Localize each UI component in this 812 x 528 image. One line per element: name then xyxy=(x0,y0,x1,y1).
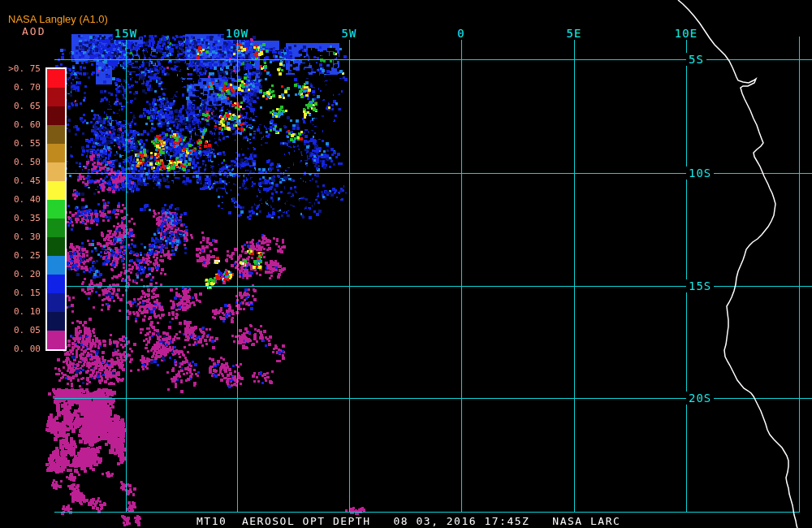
colorbar-segment xyxy=(47,200,65,219)
colorbar-segment xyxy=(47,125,65,144)
page-title: NASA Langley (A1.0) xyxy=(8,13,108,25)
colorbar-segment xyxy=(47,88,65,106)
lat-label-20s: 20S xyxy=(686,392,714,405)
colorbar-segment xyxy=(47,162,65,181)
colorbar-tick-label: >0. 75 xyxy=(3,63,41,74)
colorbar-tick-label: 0. 60 xyxy=(3,119,41,130)
colorbar-tick-label: 0. 55 xyxy=(3,138,41,149)
colorbar-tick-label: 0. 65 xyxy=(3,101,41,111)
colorbar-tick-label: 0. 70 xyxy=(3,82,41,93)
colorbar-segment xyxy=(47,312,65,331)
lon-label-5e: 5E xyxy=(565,27,584,40)
colorbar-tick-label: 0. 10 xyxy=(3,306,41,317)
lon-label-0: 0 xyxy=(456,27,466,40)
colorbar-tick-label: 0. 35 xyxy=(3,213,41,223)
colorbar-segment xyxy=(47,293,65,312)
colorbar-segment xyxy=(47,219,65,237)
colorbar-tick-label: 0. 40 xyxy=(3,194,41,205)
colorbar-segment xyxy=(47,144,65,162)
colorbar-tick-label: 0. 25 xyxy=(3,250,41,261)
colorbar-tick-label: 0. 45 xyxy=(3,175,41,186)
colorbar-tick-label: 0. 15 xyxy=(3,288,41,298)
colorbar-tick-label: 0. 50 xyxy=(3,157,41,167)
aod-colorbar xyxy=(45,67,67,351)
aod-map-viewer: 15W10W5W05E10E 5S10S15S20S >0. 750. 700.… xyxy=(0,0,812,528)
lat-label-10s: 10S xyxy=(686,167,714,180)
coastline-path xyxy=(678,0,797,528)
colorbar-tick-label: 0. 05 xyxy=(3,325,41,335)
caption: MT10 AEROSOL OPT DEPTH 08 03, 2016 17:45… xyxy=(197,515,620,527)
colorbar-segment xyxy=(47,331,65,349)
colorbar-tick-label: 0. 20 xyxy=(3,269,41,279)
colorbar-tick-label: 0. 30 xyxy=(3,232,41,242)
lat-label-5s: 5S xyxy=(686,53,706,66)
aod-label: AOD xyxy=(22,25,45,37)
lat-label-15s: 15S xyxy=(686,279,714,292)
lon-label-10e: 10E xyxy=(673,27,699,40)
colorbar-segment xyxy=(47,106,65,125)
colorbar-tick-label: 0. 00 xyxy=(3,344,41,354)
colorbar-segment xyxy=(47,275,65,293)
colorbar-segment xyxy=(47,181,65,200)
colorbar-segment xyxy=(47,256,65,275)
lon-label-15w: 15W xyxy=(113,27,139,40)
lon-label-10w: 10W xyxy=(224,27,250,40)
lon-label-5w: 5W xyxy=(340,27,359,40)
colorbar-segment xyxy=(47,237,65,256)
coastline xyxy=(0,0,812,528)
colorbar-segment xyxy=(47,69,65,88)
